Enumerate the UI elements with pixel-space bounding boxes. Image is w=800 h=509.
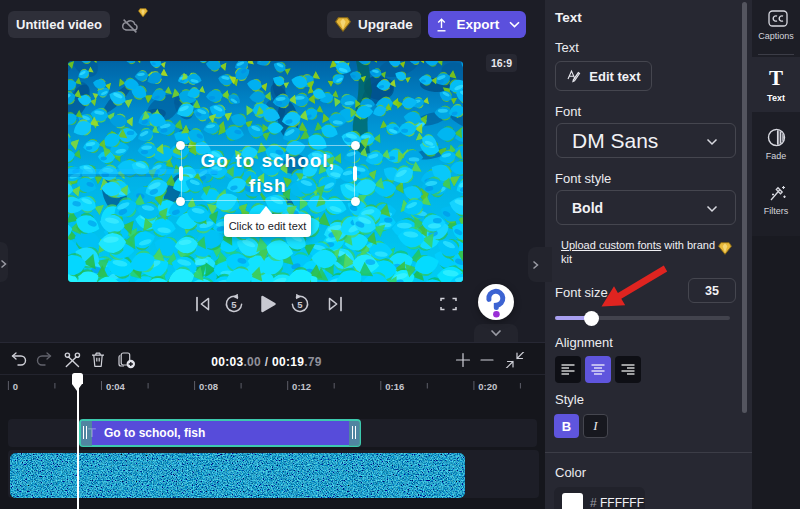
svg-text:0:20: 0:20 — [478, 381, 497, 392]
svg-text:5: 5 — [231, 299, 237, 310]
svg-text:0:12: 0:12 — [292, 381, 311, 392]
svg-text:0: 0 — [13, 381, 18, 392]
svg-text:0:08: 0:08 — [199, 381, 218, 392]
svg-text:0:16: 0:16 — [385, 381, 404, 392]
svg-text:0:04: 0:04 — [106, 381, 126, 392]
svg-text:5: 5 — [297, 299, 303, 310]
